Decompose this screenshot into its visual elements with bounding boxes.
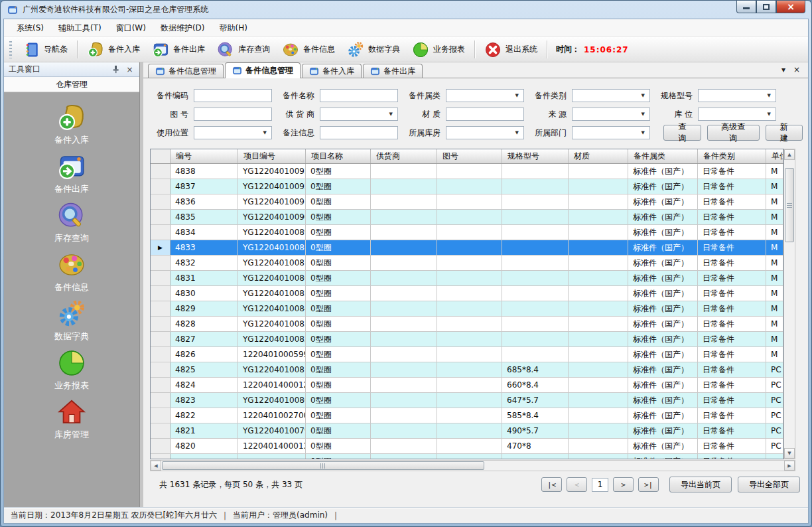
- exit-system-button[interactable]: 退出系统: [478, 38, 543, 61]
- spec-select[interactable]: ▼: [698, 89, 776, 102]
- scroll-left-icon[interactable]: ◀: [151, 461, 161, 471]
- parts-info-button[interactable]: 备件信息: [276, 38, 341, 61]
- scroll-down-icon[interactable]: ▼: [784, 448, 795, 459]
- horizontal-scroll-track[interactable]: [161, 461, 784, 471]
- parts-inbound-button[interactable]: 备件入库: [81, 38, 146, 61]
- minimize-button[interactable]: [736, 1, 756, 13]
- part-code-input[interactable]: [194, 89, 272, 102]
- sidebar-item-parts-info[interactable]: 备件信息: [54, 250, 89, 293]
- business-report-button[interactable]: 业务报表: [406, 38, 471, 61]
- new-button[interactable]: 新建: [766, 125, 803, 141]
- sidebar-item-parts-outbound[interactable]: 备件出库: [54, 152, 89, 195]
- vertical-scrollbar[interactable]: ▲ ▼: [784, 149, 795, 459]
- table-row[interactable]: 4830YG122040100850型圈标准件（国产）日常备件M: [151, 286, 783, 301]
- column-header-attr[interactable]: 备件属类: [628, 149, 698, 163]
- sidebar-item-business-report[interactable]: 业务报表: [54, 348, 89, 392]
- table-cell: [437, 271, 502, 285]
- horizontal-scroll-thumb[interactable]: [162, 461, 484, 470]
- sidebar-item-inventory-query[interactable]: 库存查询: [54, 201, 89, 244]
- advanced-query-button[interactable]: 高级查询: [707, 125, 760, 141]
- next-page-button[interactable]: >: [613, 477, 634, 492]
- vertical-scroll-track[interactable]: [784, 160, 795, 448]
- warehouse-select[interactable]: ▼: [446, 126, 524, 139]
- menu-item-2[interactable]: 辅助工具(T): [51, 19, 109, 37]
- panel-close-icon[interactable]: ×: [125, 64, 135, 74]
- material-input[interactable]: [446, 108, 524, 121]
- column-header-drawing_no[interactable]: 图号: [437, 149, 502, 163]
- supplier-select[interactable]: ▼: [320, 108, 398, 121]
- table-cell: [437, 362, 502, 377]
- table-row[interactable]: 4832YG122040100870型圈标准件（国产）日常备件M: [151, 256, 783, 271]
- last-page-button[interactable]: >|: [638, 477, 659, 492]
- source-select[interactable]: ▼: [572, 108, 650, 121]
- sidebar-item-parts-inbound[interactable]: 备件入库: [54, 103, 89, 146]
- data-dictionary-button[interactable]: 数据字典: [341, 38, 406, 61]
- sidebar-item-warehouse-management[interactable]: 库房管理: [54, 398, 89, 441]
- prev-page-button[interactable]: <: [567, 477, 587, 492]
- table-row[interactable]: 482212204010027000型圈585*8.4标准件（国产）日常备件PC: [151, 408, 783, 423]
- inventory-query-button[interactable]: 库存查询: [211, 38, 276, 61]
- tab-list-dropdown-icon[interactable]: ▾: [781, 65, 785, 74]
- column-header-unit[interactable]: 单位: [766, 149, 783, 163]
- column-header-supplier[interactable]: 供货商: [371, 149, 437, 163]
- table-row[interactable]: 4836YG122040100910型圈标准件（国产）日常备件M: [151, 194, 783, 210]
- stock-location-select[interactable]: ▼: [698, 108, 776, 121]
- vertical-scroll-thumb[interactable]: [785, 168, 794, 242]
- part-name-input[interactable]: [320, 89, 398, 102]
- table-row[interactable]: 4821YG122040100790型圈490*5.7标准件（国产）日常备件PC: [151, 423, 783, 439]
- sidebar-group-header[interactable]: 仓库管理: [4, 77, 139, 92]
- menu-item-4[interactable]: 数据维护(D): [153, 19, 212, 37]
- table-row[interactable]: 4829YG122040100840型圈标准件（国产）日常备件M: [151, 301, 783, 317]
- scroll-up-icon[interactable]: ▲: [784, 149, 795, 160]
- tab-close-icon[interactable]: ×: [793, 65, 800, 74]
- table-row[interactable]: 4838YG122040100930型圈标准件（国产）日常备件M: [151, 164, 783, 179]
- menu-item-1[interactable]: 系统(S): [9, 19, 51, 37]
- column-header-project_name[interactable]: 项目名称: [306, 149, 371, 163]
- part-type-select[interactable]: ▼: [572, 89, 650, 102]
- tab-parts-inbound[interactable]: 备件入库: [302, 64, 362, 78]
- remark-input[interactable]: [320, 126, 398, 139]
- scroll-right-icon[interactable]: ▶: [784, 461, 795, 471]
- tab-parts-info-management-2[interactable]: 备件信息管理: [225, 62, 301, 78]
- maximize-button[interactable]: [756, 1, 776, 13]
- table-row[interactable]: 482612204010005990型圈标准件（国产）日常备件M: [151, 347, 783, 362]
- navbar-button[interactable]: 导航条: [17, 38, 74, 61]
- tab-parts-info-management-1[interactable]: 备件信息管理: [148, 64, 224, 78]
- pin-icon[interactable]: [111, 64, 121, 74]
- department-select[interactable]: ▼: [572, 126, 650, 139]
- table-row[interactable]: 4835YG122040100900型圈标准件（国产）日常备件M: [151, 210, 783, 225]
- menu-item-5[interactable]: 帮助(H): [212, 19, 255, 37]
- table-row[interactable]: ▶4833YG122040100880型圈标准件（国产）日常备件M: [151, 240, 783, 256]
- query-button[interactable]: 查询: [663, 125, 701, 141]
- table-row[interactable]: 4827YG122040100820型圈标准件（国产）日常备件M: [151, 332, 783, 347]
- tab-parts-outbound[interactable]: 备件出库: [363, 64, 423, 78]
- menu-item-3[interactable]: 窗口(W): [109, 19, 153, 37]
- table-row[interactable]: 4823YG122040100800型圈647*5.7标准件（国产）日常备件PC: [151, 393, 783, 408]
- parts-outbound-button[interactable]: 备件出库: [146, 38, 211, 61]
- sidebar-item-data-dictionary[interactable]: 数据字典: [54, 299, 89, 342]
- column-header-material[interactable]: 材质: [569, 149, 628, 163]
- column-header-project_no[interactable]: 项目编号: [238, 149, 306, 163]
- export-all-pages-button[interactable]: 导出全部页: [738, 477, 800, 492]
- drawing-no-input[interactable]: [194, 108, 272, 121]
- export-buttons: 导出当前页 导出全部页: [669, 477, 800, 492]
- table-row[interactable]: 482412204014000120型圈660*8.4标准件（国产）日常备件PC: [151, 378, 783, 393]
- column-header-id[interactable]: 编号: [170, 149, 238, 163]
- horizontal-scrollbar[interactable]: ◀ ▶: [150, 460, 795, 471]
- export-current-page-button[interactable]: 导出当前页: [669, 477, 732, 492]
- table-row[interactable]: 4828YG122040100830型圈标准件（国产）日常备件M: [151, 317, 783, 332]
- close-button[interactable]: ×: [776, 1, 805, 13]
- column-header-spec[interactable]: 规格型号: [502, 149, 569, 163]
- first-page-button[interactable]: |<: [541, 477, 562, 492]
- part-attr-select[interactable]: ▼: [446, 89, 524, 102]
- titlebar[interactable]: 广州爱奇迪软件科技有限公司-深田之星仓库管理系统: [1, 1, 811, 19]
- table-row[interactable]: 482012204014000130型圈470*8标准件（国产）日常备件PC: [151, 439, 783, 454]
- page-input[interactable]: [592, 478, 608, 492]
- use-position-select[interactable]: ▼: [194, 126, 272, 139]
- table-row[interactable]: 4837YG122040100920型圈标准件（国产）日常备件M: [151, 179, 783, 194]
- table-row[interactable]: 0型圈标准件（国产）日常备件: [151, 454, 783, 459]
- table-row[interactable]: 4834YG122040100890型圈标准件（国产）日常备件M: [151, 225, 783, 240]
- column-header-category[interactable]: 备件类别: [698, 149, 766, 163]
- table-row[interactable]: 4831YG122040100860型圈标准件（国产）日常备件M: [151, 271, 783, 286]
- table-row[interactable]: 4825YG122040100810型圈685*8.4标准件（国产）日常备件PC: [151, 362, 783, 378]
